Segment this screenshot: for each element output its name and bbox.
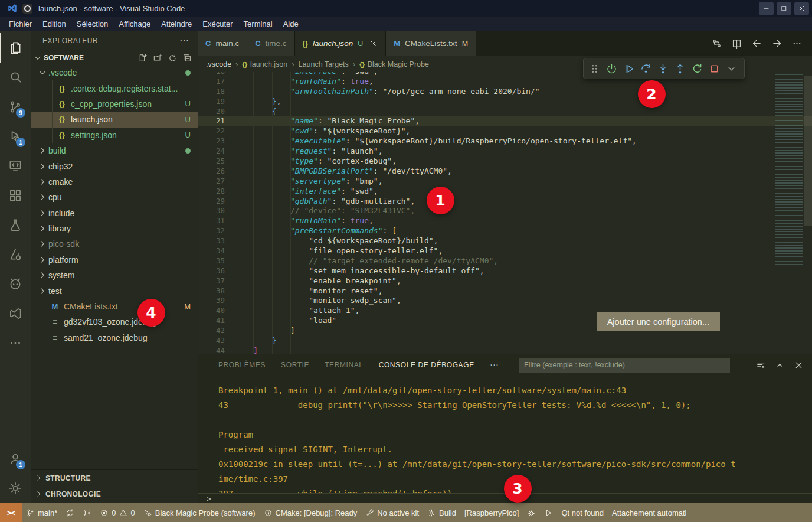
activity-item-remote-explorer[interactable] [0, 151, 31, 181]
clear-console-icon[interactable] [756, 360, 766, 370]
activity-item-settings[interactable] [0, 474, 31, 503]
close-icon[interactable] [369, 39, 378, 48]
line-content: { [235, 107, 276, 117]
activity-item-cmake-tools[interactable] [0, 240, 31, 269]
tree-item-system[interactable]: system [31, 267, 198, 283]
panel-tab-terminal[interactable]: TERMINAL [325, 354, 363, 376]
add-configuration-button[interactable]: Ajouter une configuration... [597, 312, 720, 331]
activity-item-explorer[interactable] [0, 33, 31, 63]
breadcrumb-item[interactable]: {}Black Magic Probe [359, 60, 429, 68]
debug-power-button[interactable] [605, 62, 618, 76]
debug-stop-button[interactable] [708, 62, 721, 76]
debug-step-into-button[interactable] [656, 62, 670, 76]
panel-more-icon[interactable]: ⋯ [490, 360, 499, 370]
section-chronologie[interactable]: CHRONOLOGIE [31, 486, 198, 502]
more-actions-icon[interactable] [791, 38, 803, 49]
new-folder-icon[interactable] [153, 53, 162, 63]
panel-tab-console-de-d-bogage[interactable]: CONSOLE DE DÉBOGAGE [379, 354, 474, 376]
collapse-all-icon[interactable] [182, 53, 192, 63]
statusbar-item-black-magic-probe-software-[interactable]: Black Magic Probe (software) [139, 503, 260, 522]
menu-item-terminal[interactable]: Terminal [238, 17, 278, 31]
tree-item--cortex-debug-registers-stat-[interactable]: {}.cortex-debug.registers.stat... [31, 80, 198, 96]
debug-step-over-button[interactable] [639, 62, 653, 76]
maximize-button[interactable] [777, 2, 791, 15]
statusbar-item-compare[interactable] [78, 503, 96, 522]
minimize-button[interactable] [759, 2, 774, 15]
breadcrumb-item[interactable]: .vscode [206, 60, 231, 68]
statusbar-item-attachement-automati[interactable]: Attachement automati [608, 503, 690, 522]
tab-main-c[interactable]: Cmain.c [198, 31, 247, 56]
tree-item-settings-json[interactable]: {}settings.jsonU [31, 128, 198, 143]
tree-item-launch-json[interactable]: {}launch.jsonU [31, 112, 198, 127]
activity-item-vs-project[interactable] [0, 299, 31, 328]
statusbar-item-build[interactable]: Build [423, 503, 460, 522]
section-structure[interactable]: STRUCTURE [31, 470, 198, 486]
activity-item-account[interactable]: 1 [0, 444, 31, 474]
editor[interactable]: 16 "interface": "swd",17 "runToMain": tr… [198, 72, 812, 354]
panel-tab-sortie[interactable]: SORTIE [281, 354, 309, 376]
statusbar-item-main-[interactable]: main* [22, 503, 61, 522]
breadcrumb-item[interactable]: {}launch.json [242, 60, 287, 68]
tree-item-pico-sdk[interactable]: pico-sdk [31, 236, 198, 252]
tree-item--vscode[interactable]: .vscode [31, 65, 198, 80]
debug-step-out-button[interactable] [673, 62, 687, 76]
menu-item-aide[interactable]: Aide [278, 17, 304, 31]
open-changes-icon[interactable] [711, 38, 722, 49]
tab-time-c[interactable]: Ctime.c [247, 31, 294, 56]
tree-item-cpu[interactable]: cpu [31, 190, 198, 205]
tree-item-include[interactable]: include [31, 205, 198, 221]
tree-item-gd32vf103-ozone-jdebug[interactable]: ≡gd32vf103_ozone.jdebug [31, 314, 198, 329]
nav-forward-icon[interactable] [771, 38, 782, 49]
tree-item-library[interactable]: library [31, 221, 198, 236]
minimap[interactable] [775, 74, 803, 269]
statusbar-item--raspberrypico-[interactable]: [RaspberryPico] [460, 503, 523, 522]
activity-item-extensions[interactable] [0, 181, 31, 210]
tree-item-cmake[interactable]: cmake [31, 174, 198, 190]
split-editor-icon[interactable] [731, 38, 742, 49]
activity-item-more-views[interactable] [0, 328, 31, 358]
close-panel-icon[interactable] [794, 360, 804, 370]
statusbar-item-cmake-debug-ready[interactable]: CMake: [Debug]: Ready [260, 503, 362, 522]
statusbar-item-0[interactable]: 00 [96, 503, 139, 522]
tree-item-c-cpp-properties-json[interactable]: {}c_cpp_properties.jsonU [31, 96, 198, 112]
tree-item-build[interactable]: build [31, 143, 198, 158]
activity-item-platformio[interactable] [0, 269, 31, 299]
activity-item-test-beaker[interactable] [0, 210, 31, 240]
collapse-panel-icon[interactable] [775, 360, 785, 370]
menu-item-edition[interactable]: Edition [37, 17, 71, 31]
menu-item-sélection[interactable]: Sélection [71, 17, 113, 31]
panel-tab-probl-mes[interactable]: PROBLÈMES [218, 354, 266, 376]
menu-item-affichage[interactable]: Affichage [113, 17, 156, 31]
tree-item-samd21-ozone-jdebug[interactable]: ≡samd21_ozone.jdebug [31, 330, 198, 345]
statusbar-item-qt-not-found[interactable]: Qt not found [557, 503, 608, 522]
more-actions-icon[interactable]: ⋯ [179, 35, 189, 46]
statusbar-item-bug[interactable] [523, 503, 540, 522]
menu-item-exécuter[interactable]: Exécuter [197, 17, 238, 31]
tree-item-test[interactable]: test [31, 283, 198, 298]
tree-item-chip32[interactable]: chip32 [31, 158, 198, 174]
statusbar-item-no-active-kit[interactable]: No active kit [361, 503, 423, 522]
new-file-icon[interactable] [138, 53, 148, 63]
activity-item-search[interactable] [0, 63, 31, 92]
tab-cmakelists-txt[interactable]: MCMakeLists.txtM [386, 31, 476, 56]
breadcrumb-item[interactable]: Launch Targets [299, 60, 349, 68]
tree-item-cmakelists-txt[interactable]: MCMakeLists.txtM [31, 299, 198, 314]
close-button[interactable] [794, 2, 809, 15]
statusbar-item-play[interactable] [540, 503, 557, 522]
debug-chevron-down-button[interactable] [725, 62, 738, 76]
menu-item-fichier[interactable]: Fichier [4, 17, 37, 31]
menu-item-atteindre[interactable]: Atteindre [156, 17, 197, 31]
activity-item-source-control[interactable]: 9 [0, 92, 31, 122]
workspace-section-header[interactable]: SOFTWARE [31, 50, 198, 65]
console-filter-input[interactable] [519, 358, 730, 373]
activity-item-run-debug[interactable]: 1 [0, 122, 31, 151]
editor-scrollbar[interactable] [804, 76, 812, 226]
tree-item-platform[interactable]: platform [31, 252, 198, 267]
debug-restart-button[interactable] [690, 62, 704, 76]
refresh-icon[interactable] [168, 53, 177, 63]
statusbar-item-sync[interactable] [61, 503, 78, 522]
tab-launch-json[interactable]: {}launch.jsonU [295, 31, 387, 56]
remote-indicator[interactable]: >< [0, 503, 22, 522]
nav-back-icon[interactable] [751, 38, 762, 49]
debug-continue-button[interactable] [622, 62, 636, 76]
